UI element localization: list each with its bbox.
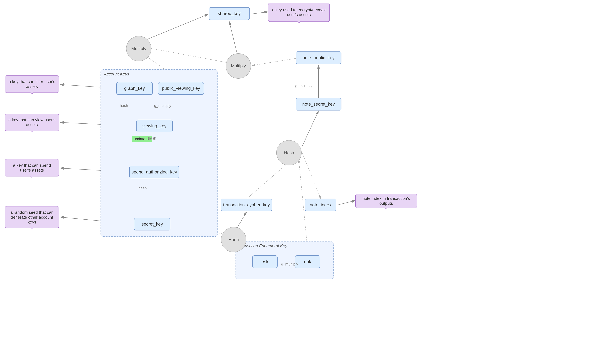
svg-line-20: [302, 153, 321, 199]
multiply1-circle: Multiply: [126, 36, 152, 61]
note-secret-key-label: note_secret_key: [302, 102, 335, 107]
public-viewing-key-box: public_viewing_key: [158, 82, 204, 95]
transaction-cypher-key-label: transaction_cypher_key: [223, 202, 270, 208]
svg-line-18: [302, 111, 318, 147]
viewing-key-box: viewing_key: [136, 120, 173, 132]
account-keys-label: Account Keys: [104, 72, 129, 77]
note-public-key-label: note_public_key: [303, 55, 334, 60]
svg-line-5: [252, 58, 296, 65]
svg-line-21: [247, 159, 292, 199]
hash-spend-label: hash: [138, 186, 147, 190]
epk-label: epk: [304, 259, 311, 264]
transaction-ephemeral-label: Transction Ephemeral Key: [239, 243, 287, 248]
view-assets-bubble: a key that can view user's assets: [5, 114, 59, 131]
esk-box: esk: [252, 255, 277, 268]
esk-label: esk: [262, 259, 268, 264]
encrypt-decrypt-text: a key used to encrypt/decrypt user's ass…: [271, 7, 327, 17]
shared-key-box: shared_key: [209, 7, 250, 20]
view-assets-text: a key that can view user's assets: [8, 117, 56, 127]
spend-authorizing-key-box: spend_authorizing_key: [129, 166, 179, 178]
graph-key-label: graph_key: [124, 86, 145, 91]
multiply2-label: Multiply: [231, 64, 246, 68]
spend-assets-bubble: a key that can spend user's assets: [5, 159, 59, 176]
transaction-cypher-key-box: transaction_cypher_key: [221, 199, 272, 211]
spend-authorizing-key-label: spend_authorizing_key: [132, 169, 177, 175]
graph-key-box: graph_key: [116, 82, 153, 95]
hash2-circle: Hash: [221, 227, 246, 252]
g-multiply-note-label: g_multiply: [295, 84, 312, 88]
svg-line-2: [250, 12, 268, 14]
public-viewing-key-label: public_viewing_key: [162, 86, 200, 91]
note-index-desc-text: note index in transaction's outputs: [358, 196, 414, 206]
note-index-label: note_index: [310, 202, 331, 208]
hash-viewing-label: hash: [148, 136, 156, 141]
g-multiply-esk-epk-label: g_multiply: [281, 262, 298, 266]
svg-line-19: [337, 200, 355, 205]
epk-box: epk: [295, 255, 320, 268]
note-public-key-box: note_public_key: [296, 52, 341, 64]
random-seed-text: a random seed that can generate other ac…: [8, 210, 56, 225]
hash2-label: Hash: [228, 237, 239, 242]
g-multiply-pvk-label: g_multiply: [154, 104, 171, 108]
shared-key-label: shared_key: [218, 11, 241, 16]
secret-key-label: secret_key: [141, 222, 163, 227]
spend-assets-text: a key that can spend user's assets: [8, 163, 56, 173]
multiply1-label: Multiply: [131, 46, 146, 51]
filter-assets-bubble: a key that can filter user's assets: [5, 76, 59, 93]
viewing-key-label: viewing_key: [142, 123, 167, 129]
diagram-container: Account Keys Transction Ephemeral Key sh…: [0, 0, 607, 364]
svg-line-6: [145, 47, 226, 62]
svg-line-3: [139, 14, 208, 43]
hash1-circle: Hash: [276, 140, 302, 165]
random-seed-bubble: a random seed that can generate other ac…: [5, 206, 59, 228]
encrypt-decrypt-bubble: a key used to encrypt/decrypt user's ass…: [268, 3, 330, 22]
note-index-desc-bubble: note index in transaction's outputs: [355, 194, 417, 208]
note-secret-key-box: note_secret_key: [296, 98, 341, 110]
hash-graph-label: hash: [120, 104, 128, 108]
secret-key-box: secret_key: [134, 218, 170, 231]
multiply2-circle: Multiply: [226, 53, 251, 78]
hash1-label: Hash: [284, 150, 294, 155]
filter-assets-text: a key that can filter user's assets: [8, 79, 56, 89]
note-index-box: note_index: [305, 199, 336, 211]
